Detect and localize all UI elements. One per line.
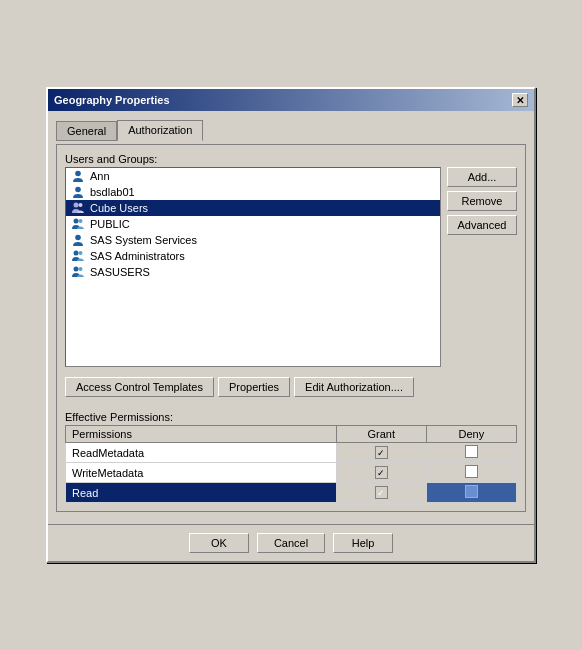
- col-permissions: Permissions: [66, 426, 337, 443]
- list-item[interactable]: SAS System Services: [66, 232, 440, 248]
- deny-cell[interactable]: [426, 463, 516, 483]
- ok-button[interactable]: OK: [189, 533, 249, 553]
- group-icon: [70, 201, 86, 215]
- svg-point-0: [75, 171, 81, 177]
- svg-point-5: [79, 219, 83, 223]
- svg-point-4: [74, 219, 79, 224]
- close-button[interactable]: ✕: [512, 93, 528, 107]
- edit-authorization-button[interactable]: Edit Authorization....: [294, 377, 414, 397]
- list-item[interactable]: Ann: [66, 168, 440, 184]
- remove-button[interactable]: Remove: [447, 191, 517, 211]
- list-item-label: PUBLIC: [90, 218, 130, 230]
- svg-point-9: [74, 267, 79, 272]
- effective-permissions-label: Effective Permissions:: [65, 411, 517, 423]
- svg-point-10: [79, 267, 83, 271]
- grant-checkbox[interactable]: [375, 486, 388, 499]
- list-item[interactable]: PUBLIC: [66, 216, 440, 232]
- deny-checkbox[interactable]: [465, 485, 478, 498]
- dialog-footer: OK Cancel Help: [48, 524, 534, 561]
- col-deny: Deny: [426, 426, 516, 443]
- permission-name: WriteMetadata: [66, 463, 337, 483]
- service-icon: [70, 233, 86, 247]
- properties-button[interactable]: Properties: [218, 377, 290, 397]
- list-item-label: SASUSERS: [90, 266, 150, 278]
- table-row[interactable]: Read: [66, 483, 517, 503]
- svg-point-8: [79, 251, 83, 255]
- group-icon: [70, 265, 86, 279]
- table-row[interactable]: WriteMetadata: [66, 463, 517, 483]
- deny-cell[interactable]: [426, 483, 516, 503]
- grant-checkbox[interactable]: [375, 466, 388, 479]
- group-icon: [70, 249, 86, 263]
- svg-point-6: [75, 235, 81, 241]
- help-button[interactable]: Help: [333, 533, 393, 553]
- list-item-label: SAS System Services: [90, 234, 197, 246]
- list-item[interactable]: SAS Administrators: [66, 248, 440, 264]
- user-icon: [70, 185, 86, 199]
- list-item-label: Cube Users: [90, 202, 148, 214]
- deny-cell[interactable]: [426, 443, 516, 463]
- svg-point-7: [74, 251, 79, 256]
- tab-authorization[interactable]: Authorization: [117, 120, 203, 141]
- permission-name: ReadMetadata: [66, 443, 337, 463]
- grant-cell[interactable]: [336, 483, 426, 503]
- svg-point-1: [75, 187, 81, 193]
- action-buttons: Access Control Templates Properties Edit…: [65, 373, 517, 401]
- title-bar: Geography Properties ✕: [48, 89, 534, 111]
- access-control-templates-button[interactable]: Access Control Templates: [65, 377, 214, 397]
- col-grant: Grant: [336, 426, 426, 443]
- dialog-body: General Authorization Users and Groups: …: [48, 111, 534, 520]
- list-item[interactable]: bsdlab01: [66, 184, 440, 200]
- users-groups-section: Users and Groups: Ann bsdlab01 Cube User…: [65, 153, 517, 367]
- users-groups-label: Users and Groups:: [65, 153, 517, 165]
- deny-checkbox[interactable]: [465, 445, 478, 458]
- advanced-button[interactable]: Advanced: [447, 215, 517, 235]
- user-icon: [70, 169, 86, 183]
- dialog-title: Geography Properties: [54, 94, 170, 106]
- tab-content-authorization: Users and Groups: Ann bsdlab01 Cube User…: [56, 144, 526, 512]
- group-icon: [70, 217, 86, 231]
- list-item-label: Ann: [90, 170, 110, 182]
- list-item-label: bsdlab01: [90, 186, 135, 198]
- cancel-button[interactable]: Cancel: [257, 533, 325, 553]
- grant-cell[interactable]: [336, 463, 426, 483]
- users-groups-listbox[interactable]: Ann bsdlab01 Cube Users PUBLIC SAS Syste…: [65, 167, 441, 367]
- permissions-table: Permissions Grant Deny ReadMetadataWrite…: [65, 425, 517, 503]
- add-button[interactable]: Add...: [447, 167, 517, 187]
- svg-point-2: [74, 203, 79, 208]
- tab-bar: General Authorization: [56, 119, 526, 141]
- users-groups-area: Ann bsdlab01 Cube Users PUBLIC SAS Syste…: [65, 167, 517, 367]
- list-item-label: SAS Administrators: [90, 250, 185, 262]
- grant-checkbox[interactable]: [375, 446, 388, 459]
- deny-checkbox[interactable]: [465, 465, 478, 478]
- effective-permissions-section: Effective Permissions: Permissions Grant…: [65, 411, 517, 503]
- list-item[interactable]: Cube Users: [66, 200, 440, 216]
- side-buttons: Add... Remove Advanced: [447, 167, 517, 367]
- grant-cell[interactable]: [336, 443, 426, 463]
- geography-properties-dialog: Geography Properties ✕ General Authoriza…: [46, 87, 536, 563]
- permission-name: Read: [66, 483, 337, 503]
- tab-general[interactable]: General: [56, 121, 117, 141]
- svg-point-3: [79, 203, 83, 207]
- list-item[interactable]: SASUSERS: [66, 264, 440, 280]
- table-row[interactable]: ReadMetadata: [66, 443, 517, 463]
